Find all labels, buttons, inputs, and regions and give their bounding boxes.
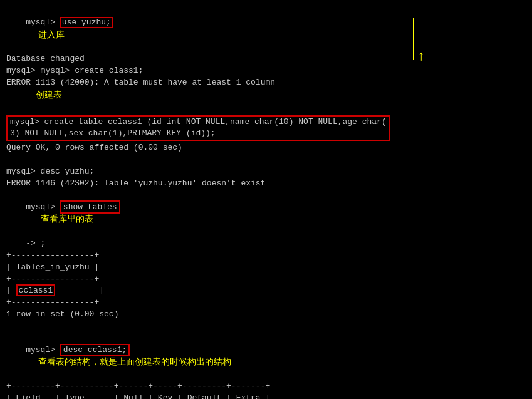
prompt: mysql> xyxy=(26,18,60,27)
table-cclass1-row: | cclass1 | xyxy=(6,285,526,297)
line-rowcount: 1 row in set (0.00 sec) xyxy=(6,309,526,321)
line-arrow-semi: -> ; xyxy=(6,238,526,250)
annotation-desc-table: 查看表的结构，就是上面创建表的时候构出的结构 xyxy=(38,357,231,366)
blank-1 xyxy=(6,154,526,166)
annotation-create-table: 创建表 xyxy=(36,90,62,100)
desc-sep-top: +---------+-----------+------+-----+----… xyxy=(6,381,526,393)
cmd-use-yuzhu: use yuzhu; xyxy=(60,17,113,28)
terminal: mysql> use yuzhu; 进入库 Database changed m… xyxy=(6,5,526,399)
line-db-changed: Database changed xyxy=(6,53,526,65)
line-create-class1: mysql> mysql> create class1; xyxy=(6,65,526,77)
arrow-line xyxy=(413,18,414,60)
line-create-table-2: 3) NOT NULL,sex char(1),PRIMARY KEY (id)… xyxy=(10,128,387,140)
line-show-tables: mysql> show tables 查看库里的表 xyxy=(6,190,526,238)
annotation-show-tables: 查看库里的表 xyxy=(41,214,93,224)
line-desc-cclass1: mysql> desc cclass1; 查看表的结构，就是上面创建表的时候构出… xyxy=(6,333,526,381)
arrow-create-table: ↑ xyxy=(417,49,425,65)
line-error-1113: ERROR 1113 (42000): A table must have at… xyxy=(6,77,526,114)
cmd-show-tables: show tables xyxy=(60,200,120,214)
desc-header-row: | Field | Type | Null | Key | Default | … xyxy=(6,393,526,399)
table-sep-top: +-----------------+ xyxy=(6,250,526,262)
cclass1-value: cclass1 xyxy=(16,284,56,296)
line-error-1146: ERROR 1146 (42S02): Table 'yuzhu.yuzhu' … xyxy=(6,178,526,190)
prompt-show: mysql> xyxy=(26,202,60,212)
table-sep-bot: +-----------------+ xyxy=(6,297,526,309)
line-create-table-1: mysql> create table cclass1 (id int NOT … xyxy=(10,117,387,128)
blank-2 xyxy=(6,321,526,333)
annotation-enter-db: 进入库 xyxy=(38,30,65,39)
line-desc-yuzhu: mysql> desc yuzhu; xyxy=(6,166,526,178)
prompt-desc: mysql> xyxy=(26,345,60,355)
create-table-block: mysql> create table cclass1 (id int NOT … xyxy=(6,115,390,142)
table-sep-mid: +-----------------+ xyxy=(6,274,526,286)
line-query-ok: Query OK, 0 rows affected (0.00 sec) xyxy=(6,142,526,154)
cmd-desc-cclass1: desc cclass1; xyxy=(60,344,130,356)
line-use-yuzhu: mysql> use yuzhu; 进入库 xyxy=(6,5,526,53)
table-header: | Tables_in_yuzhu | xyxy=(6,262,526,274)
